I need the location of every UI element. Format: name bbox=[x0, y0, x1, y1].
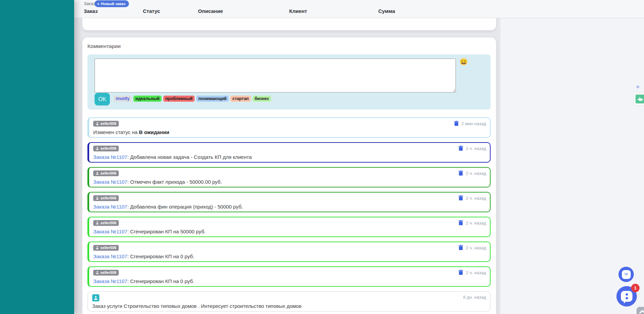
column-header-status: Статус bbox=[143, 8, 160, 14]
user-icon bbox=[96, 221, 99, 225]
comment-row: seller506 Заказа №1107: Добавлена фин оп… bbox=[87, 192, 491, 212]
comment-list: seller506 Изменен статус на В ожидании 2… bbox=[87, 117, 491, 312]
order-link[interactable]: Заказа №1107 bbox=[93, 278, 127, 284]
author-badge: seller506 bbox=[93, 121, 119, 127]
author-badge: seller506 bbox=[93, 195, 119, 201]
column-header-description: Описание bbox=[198, 8, 223, 14]
orders-table-card bbox=[82, 18, 496, 30]
comment-time: 2 ч. назад bbox=[466, 270, 486, 275]
chevron-up-icon bbox=[639, 310, 644, 314]
comment-row: seller506 Заказа №1107: Отмечен факт при… bbox=[87, 167, 491, 187]
viber-phone-icon bbox=[622, 270, 631, 279]
collapse-panel-icon[interactable]: « bbox=[636, 83, 640, 90]
order-link[interactable]: Заказа №1107 bbox=[93, 179, 127, 185]
user-icon bbox=[96, 122, 99, 125]
comment-time: 1 ч. назад bbox=[466, 146, 486, 151]
plus-icon: + bbox=[97, 2, 100, 6]
delete-comment-icon[interactable] bbox=[458, 170, 463, 176]
author-badge: seller506 bbox=[93, 170, 119, 176]
comment-text: Заказа №1107: Сгенерирован КП на 0 руб. bbox=[93, 253, 194, 259]
user-icon bbox=[96, 271, 99, 274]
helper-widget-button[interactable] bbox=[633, 93, 644, 105]
comments-card: Комментарии 😄 OK #notify идеальный пробл… bbox=[82, 37, 496, 314]
comment-row: seller506 Заказа №1107: Сгенерирован КП … bbox=[87, 242, 491, 262]
comment-row: seller506 Заказа №1107: Добавлена новая … bbox=[87, 142, 491, 163]
author-badge: seller506 bbox=[93, 220, 119, 226]
comment-text: Заказа №1107: Отмечен факт прихода - 500… bbox=[93, 179, 222, 185]
delete-comment-icon[interactable] bbox=[458, 270, 463, 275]
order-link[interactable]: Заказа №1107 bbox=[93, 204, 127, 210]
new-order-button[interactable]: + Новый заказ bbox=[95, 0, 129, 7]
comment-submit-button[interactable]: OK bbox=[95, 93, 110, 105]
scroll-to-top-button[interactable] bbox=[637, 307, 644, 314]
tag-biznes[interactable]: бизнес bbox=[252, 96, 271, 102]
tag-problemny[interactable]: проблемный bbox=[163, 96, 195, 102]
comment-row: Заказ услуги Строительство типовых домов… bbox=[87, 291, 491, 312]
comment-row: seller506 Заказа №1107: Сгенерирован КП … bbox=[87, 266, 491, 287]
user-icon bbox=[96, 196, 99, 200]
comment-text: Заказа №1107: Сгенерирован КП на 50000 р… bbox=[93, 229, 205, 234]
emoji-picker-icon[interactable]: 😄 bbox=[460, 59, 468, 65]
delete-comment-icon[interactable] bbox=[458, 245, 463, 250]
tag-idealny[interactable]: идеальный bbox=[133, 96, 162, 102]
chat-bubble-icon bbox=[621, 291, 632, 302]
orders-table-header-row: Заказ Статус Описание Клиент Сумма bbox=[74, 8, 644, 16]
comment-text: Заказ услуги Строительство типовых домов… bbox=[92, 303, 301, 309]
order-link[interactable]: Заказа №1107 bbox=[93, 154, 127, 160]
user-icon bbox=[96, 246, 99, 249]
delete-comment-icon[interactable] bbox=[454, 121, 459, 126]
delete-comment-icon[interactable] bbox=[458, 220, 463, 226]
comment-text: Изменен статус на В ожидании bbox=[93, 129, 169, 135]
comment-text: Заказа №1107: Добавлена фин операция (пр… bbox=[93, 204, 243, 210]
comment-text: Заказа №1107: Сгенерирован КП на 0 руб. bbox=[93, 278, 194, 284]
column-header-order: Заказ bbox=[84, 8, 98, 14]
order-link[interactable]: Заказа №1107 bbox=[93, 229, 127, 234]
comment-time: 2 мин назад bbox=[461, 121, 486, 126]
comment-time: 2 ч. назад bbox=[466, 220, 486, 226]
delete-comment-icon[interactable] bbox=[458, 195, 463, 201]
comment-input[interactable] bbox=[95, 59, 456, 93]
author-badge: seller506 bbox=[93, 270, 119, 276]
tag-ponimayushchiy[interactable]: понимающий bbox=[196, 96, 229, 102]
viewport: Заказы + Новый заказ Заказ Статус Описан… bbox=[0, 0, 644, 314]
comment-time: 8 дн. назад bbox=[463, 295, 486, 300]
column-header-client: Клиент bbox=[289, 8, 307, 14]
avatar bbox=[92, 294, 99, 301]
author-badge: seller506 bbox=[93, 245, 119, 251]
notification-badge: 1 bbox=[631, 284, 640, 292]
comment-form: 😄 OK #notify идеальный проблемный понима… bbox=[87, 54, 491, 110]
hand-icon bbox=[635, 95, 644, 103]
tag-startap[interactable]: стартап bbox=[230, 96, 251, 102]
comment-row: seller506 Изменен статус на В ожидании 2… bbox=[87, 117, 491, 138]
order-link[interactable]: Заказа №1107 bbox=[93, 253, 127, 259]
user-icon bbox=[94, 296, 98, 300]
delete-comment-icon[interactable] bbox=[458, 146, 463, 151]
comment-text: Заказа №1107: Добавлена новая задача - С… bbox=[93, 154, 252, 160]
comment-time: 2 ч. назад bbox=[466, 171, 486, 176]
column-header-sum: Сумма bbox=[378, 8, 395, 14]
sidebar bbox=[0, 0, 74, 314]
tag-shortcuts: #notify идеальный проблемный понимающий … bbox=[114, 96, 271, 102]
user-icon bbox=[96, 171, 99, 175]
comment-time: 2 ч. назад bbox=[466, 245, 486, 250]
user-icon bbox=[96, 147, 99, 150]
comment-time: 2 ч. назад bbox=[466, 196, 486, 201]
comments-title: Комментарии bbox=[87, 43, 121, 49]
comment-row: seller506 Заказа №1107: Сгенерирован КП … bbox=[87, 217, 491, 237]
author-badge: seller506 bbox=[93, 146, 119, 151]
orders-header: Заказы + Новый заказ Заказ Статус Описан… bbox=[74, 0, 644, 18]
tag-notify[interactable]: #notify bbox=[114, 96, 132, 102]
viber-button[interactable] bbox=[618, 267, 634, 282]
new-order-label: Новый заказ bbox=[101, 2, 126, 6]
